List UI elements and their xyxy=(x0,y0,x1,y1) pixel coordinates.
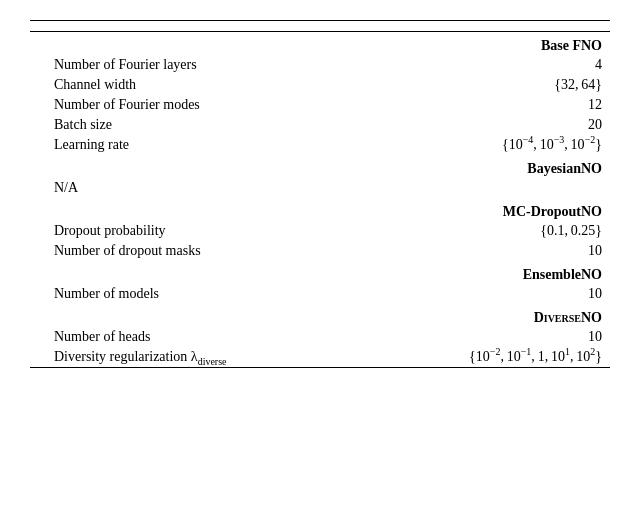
table-row: N/A xyxy=(30,178,610,198)
table-row: Dropout probability {0.1, 0.25} xyxy=(30,221,610,241)
table-row: Number of Fourier layers 4 xyxy=(30,55,610,75)
header-values xyxy=(366,21,610,32)
section-base-fno: Base FNO xyxy=(30,32,610,56)
param-num-heads: Number of heads xyxy=(30,327,366,347)
section-ensembleno: EnsembleNO xyxy=(30,261,610,284)
param-na: N/A xyxy=(30,178,366,198)
value-learning-rate: {10−4, 10−3, 10−2} xyxy=(366,135,610,155)
value-dropout-prob: {0.1, 0.25} xyxy=(366,221,610,241)
param-diversity-reg: Diversity regularization λdiverse xyxy=(30,347,366,368)
section-bayesianno: BayesianNO xyxy=(30,155,610,178)
param-num-models: Number of models xyxy=(30,284,366,304)
param-dropout-prob: Dropout probability xyxy=(30,221,366,241)
value-diversity-reg: {10−2, 10−1, 1, 101, 102} xyxy=(366,347,610,368)
table-row: Number of models 10 xyxy=(30,284,610,304)
value-dropout-masks: 10 xyxy=(366,241,610,261)
table-row: Number of heads 10 xyxy=(30,327,610,347)
value-channel-width: {32, 64} xyxy=(366,75,610,95)
header-hyperparameter xyxy=(30,21,366,32)
value-num-heads: 10 xyxy=(366,327,610,347)
param-learning-rate: Learning rate xyxy=(30,135,366,155)
section-title-diverseno: DiverseNO xyxy=(30,304,610,327)
value-na xyxy=(366,178,610,198)
table-row: Channel width {32, 64} xyxy=(30,75,610,95)
value-fourier-layers: 4 xyxy=(366,55,610,75)
value-fourier-modes: 12 xyxy=(366,95,610,115)
section-title-base-fno: Base FNO xyxy=(30,32,610,56)
table-row: Diversity regularization λdiverse {10−2,… xyxy=(30,347,610,368)
value-num-models: 10 xyxy=(366,284,610,304)
param-channel-width: Channel width xyxy=(30,75,366,95)
table-row: Number of dropout masks 10 xyxy=(30,241,610,261)
param-batch-size: Batch size xyxy=(30,115,366,135)
section-title-ensembleno: EnsembleNO xyxy=(30,261,610,284)
value-batch-size: 20 xyxy=(366,115,610,135)
section-title-bayesianno: BayesianNO xyxy=(30,155,610,178)
table-row: Number of Fourier modes 12 xyxy=(30,95,610,115)
table-row: Learning rate {10−4, 10−3, 10−2} xyxy=(30,135,610,155)
section-diverseno: DiverseNO xyxy=(30,304,610,327)
section-mc-dropoutno: MC-DropoutNO xyxy=(30,198,610,221)
table-row: Batch size 20 xyxy=(30,115,610,135)
param-fourier-modes: Number of Fourier modes xyxy=(30,95,366,115)
section-title-mc-dropoutno: MC-DropoutNO xyxy=(30,198,610,221)
param-fourier-layers: Number of Fourier layers xyxy=(30,55,366,75)
param-dropout-masks: Number of dropout masks xyxy=(30,241,366,261)
